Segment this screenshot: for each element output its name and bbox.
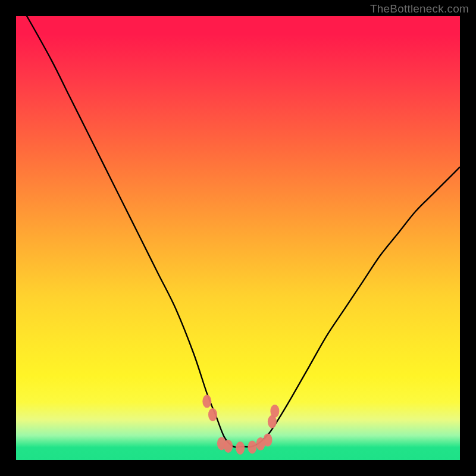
- highlight-marker: [270, 405, 279, 418]
- watermark-text: TheBottleneck.com: [370, 2, 469, 15]
- chart-svg: [16, 16, 460, 460]
- highlight-marker: [248, 440, 256, 453]
- bottleneck-curve: [16, 16, 460, 447]
- highlight-marker: [236, 441, 245, 455]
- highlight-marker: [202, 395, 211, 408]
- highlight-marker: [264, 433, 273, 446]
- curve-layer: [16, 16, 460, 447]
- marker-layer: [202, 395, 279, 455]
- highlight-marker: [224, 440, 233, 453]
- outer-frame: TheBottleneck.com: [0, 0, 476, 476]
- highlight-marker: [208, 408, 217, 421]
- plot-area: [16, 16, 460, 460]
